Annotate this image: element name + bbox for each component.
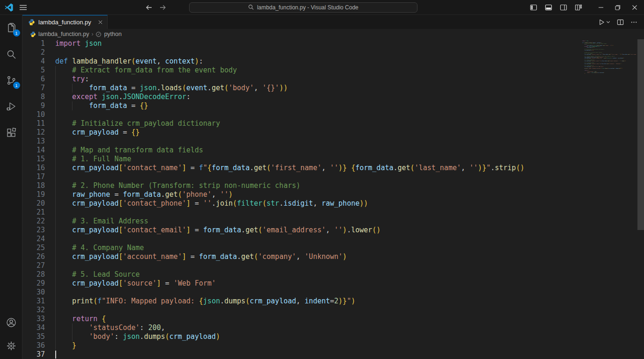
code-line[interactable]: 24 (22, 235, 644, 244)
code-line[interactable]: 25# 4. Company Name (22, 244, 644, 252)
line-number[interactable]: 35 (22, 332, 55, 341)
code-line[interactable]: 10 (22, 110, 644, 119)
code-line[interactable]: 18# 2. Phone Number (Transform: strip no… (22, 181, 644, 190)
code-line[interactable]: 5# Extract form_data from the event body (22, 66, 644, 75)
code-line[interactable]: 36} (22, 341, 644, 350)
line-number[interactable]: 21 (22, 208, 55, 217)
line-number[interactable]: 20 (22, 199, 55, 208)
line-number[interactable]: 36 (22, 341, 55, 350)
menu-hamburger-icon[interactable] (20, 5, 27, 10)
sidebar-item-settings[interactable] (4, 338, 19, 353)
line-number[interactable]: 16 (22, 164, 55, 172)
line-number[interactable]: 31 (22, 297, 55, 306)
line-number[interactable]: 1 (22, 39, 55, 48)
line-number[interactable]: 37 (22, 350, 55, 359)
code-line[interactable]: 30 (22, 288, 644, 297)
breadcrumb-file[interactable]: lambda_function.py (30, 31, 89, 37)
code-line[interactable]: 20crm_payload['contact_phone'] = ''.join… (22, 199, 644, 208)
breadcrumb-symbol[interactable]: python (95, 31, 122, 37)
line-number[interactable]: 18 (22, 181, 55, 190)
code-line[interactable]: 16crm_payload['contact_name'] = f"{form_… (22, 164, 644, 172)
code-line[interactable]: 33return { (22, 315, 644, 323)
code-line[interactable]: 13 (22, 137, 644, 146)
code-line[interactable]: 34'statusCode': 200, (22, 323, 644, 332)
line-number[interactable]: 23 (22, 226, 55, 235)
code-line[interactable]: 1import json (22, 39, 644, 48)
toggle-panel-icon[interactable] (545, 4, 552, 11)
line-number[interactable]: 10 (22, 110, 55, 119)
code-line[interactable]: 9form_data = {} (22, 101, 644, 110)
window-minimize-icon[interactable] (598, 5, 604, 10)
customize-layout-icon[interactable] (575, 4, 582, 11)
line-number[interactable]: 32 (22, 306, 55, 315)
toggle-primary-sidebar-icon[interactable] (530, 4, 537, 11)
line-number[interactable]: 24 (22, 235, 55, 244)
line-number[interactable]: 25 (22, 244, 55, 252)
line-number[interactable]: 19 (22, 190, 55, 199)
sidebar-item-explorer[interactable]: 1 (4, 21, 19, 36)
line-number[interactable]: 9 (22, 101, 55, 110)
code-line[interactable]: 28# 5. Lead Source (22, 270, 644, 279)
code-line[interactable]: 2 (22, 48, 644, 57)
line-number[interactable]: 15 (22, 155, 55, 164)
code-line[interactable]: 37 (22, 350, 644, 359)
nav-back-icon[interactable] (145, 4, 153, 11)
code-line[interactable]: 4def lambda_handler(event, context): (22, 57, 644, 66)
code-line[interactable]: 27 (22, 261, 644, 270)
code-line[interactable]: 32 (22, 306, 644, 315)
line-number[interactable]: 34 (22, 323, 55, 332)
line-number[interactable]: 30 (22, 288, 55, 297)
code-line[interactable]: 17 (22, 172, 644, 181)
nav-forward-icon[interactable] (159, 4, 167, 11)
command-center-search[interactable]: lambda_function.py - Visual Studio Code (189, 2, 417, 13)
minimap[interactable]: import jsondef lambda_handler(event, con… (582, 40, 637, 75)
line-number[interactable]: 4 (22, 57, 55, 66)
line-number[interactable]: 2 (22, 48, 55, 57)
code-line[interactable]: 6try: (22, 75, 644, 84)
split-editor-icon[interactable] (617, 19, 624, 26)
vscode-logo-icon[interactable] (5, 3, 13, 12)
chevron-down-icon[interactable] (606, 20, 610, 24)
code-line[interactable]: 22# 3. Email Address (22, 217, 644, 226)
line-number[interactable]: 17 (22, 172, 55, 181)
line-number[interactable]: 28 (22, 270, 55, 279)
sidebar-item-source-control[interactable]: 1 (4, 73, 19, 88)
line-number[interactable]: 11 (22, 119, 55, 128)
window-restore-icon[interactable] (615, 5, 621, 10)
code-line[interactable]: 21 (22, 208, 644, 217)
sidebar-item-run-debug[interactable] (4, 99, 19, 114)
line-number[interactable]: 12 (22, 128, 55, 137)
code-line[interactable]: 14# Map and transform data fields (22, 146, 644, 155)
editor-more-actions-icon[interactable] (630, 19, 637, 26)
window-close-icon[interactable] (632, 5, 637, 10)
sidebar-item-extensions[interactable] (4, 125, 19, 140)
code-line[interactable]: 35'body': json.dumps(crm_payload) (22, 332, 644, 341)
line-number[interactable]: 26 (22, 252, 55, 261)
line-number[interactable]: 6 (22, 75, 55, 84)
tab-lambda-function[interactable]: lambda_function.py (22, 15, 108, 29)
line-number[interactable]: 22 (22, 217, 55, 226)
code-line[interactable]: 8except json.JSONDecodeError: (22, 93, 644, 101)
sidebar-item-search[interactable] (4, 47, 19, 62)
code-line[interactable]: 15# 1. Full Name (22, 155, 644, 164)
code-line[interactable]: 26crm_payload['account_name'] = form_dat… (22, 252, 644, 261)
code-line[interactable]: 31print(f"INFO: Mapped payload: {json.du… (22, 297, 644, 306)
toggle-secondary-sidebar-icon[interactable] (560, 4, 567, 11)
line-number[interactable]: 8 (22, 93, 55, 101)
code-line[interactable]: 29crm_payload['source'] = 'Web Form' (22, 279, 644, 288)
line-number[interactable]: 13 (22, 137, 55, 146)
code-line[interactable]: 23crm_payload['contact_email'] = form_da… (22, 226, 644, 235)
code-editor[interactable]: 1import json24def lambda_handler(event, … (22, 39, 644, 359)
line-number[interactable]: 7 (22, 84, 55, 93)
line-number[interactable]: 5 (22, 66, 55, 75)
editor-scrollbar-thumb[interactable] (637, 39, 644, 230)
line-number[interactable]: 27 (22, 261, 55, 270)
code-line[interactable]: 7form_data = json.loads(event.get('body'… (22, 84, 644, 93)
line-number[interactable]: 33 (22, 315, 55, 323)
run-python-file-button[interactable] (598, 19, 610, 26)
tab-close-icon[interactable] (98, 20, 102, 24)
line-number[interactable]: 14 (22, 146, 55, 155)
code-line[interactable]: 19raw_phone = form_data.get('phone', '') (22, 190, 644, 199)
sidebar-item-accounts[interactable] (4, 315, 19, 330)
line-number[interactable]: 29 (22, 279, 55, 288)
